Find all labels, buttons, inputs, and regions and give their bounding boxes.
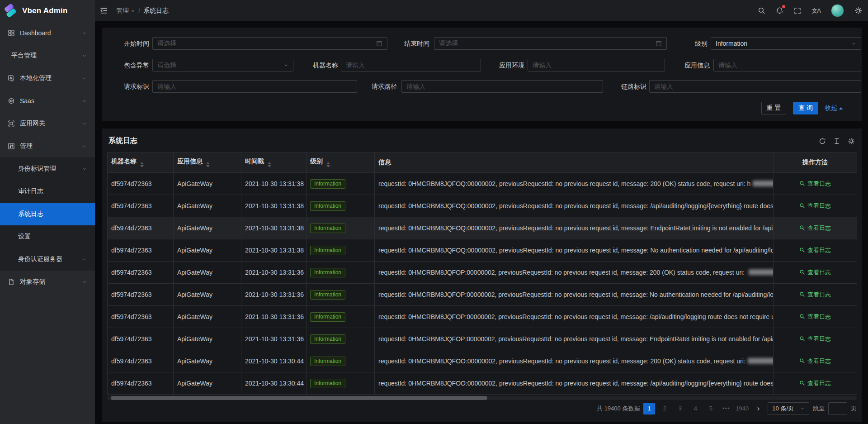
level-tag: Information: [310, 334, 345, 344]
sort-icon[interactable]: [326, 162, 330, 167]
notification-icon[interactable]: [776, 7, 783, 14]
sidebar-item-8[interactable]: 系统日志: [0, 203, 95, 225]
app-info-cell: ApiGateWay: [174, 195, 241, 217]
view-log-link[interactable]: 查看日志: [799, 202, 831, 210]
chevron-down-icon: [131, 9, 135, 13]
level-tag: Information: [310, 246, 345, 255]
sidebar-item-6[interactable]: 身份标识管理: [0, 157, 95, 180]
view-log-link[interactable]: 查看日志: [799, 335, 831, 343]
refresh-icon[interactable]: [819, 138, 826, 145]
timestamp-cell: 2021-10-30 13:31:36: [241, 284, 307, 306]
view-log-link[interactable]: 查看日志: [799, 313, 831, 321]
machine-name-cell: df5974d72363: [108, 217, 174, 239]
search-icon[interactable]: [758, 7, 765, 14]
machine-name-cell: df5974d72363: [108, 239, 174, 262]
sidebar-submenu: 身份标识管理审计日志系统日志设置身份认证服务器: [0, 157, 95, 271]
action-cell: 查看日志: [774, 284, 857, 306]
page-button-1[interactable]: 1: [643, 403, 655, 414]
page-size-select[interactable]: 10 条/页: [768, 402, 809, 415]
view-log-link[interactable]: 查看日志: [799, 379, 831, 387]
sort-icon[interactable]: [268, 162, 271, 167]
sidebar-item-3[interactable]: Saas: [0, 90, 95, 112]
sidebar-item-2[interactable]: 本地化管理: [0, 67, 95, 90]
user-avatar[interactable]: [831, 4, 844, 17]
page-button-2[interactable]: 2: [659, 403, 670, 414]
chevron-down-icon: [82, 257, 87, 262]
view-log-link[interactable]: 查看日志: [799, 224, 831, 232]
chevron-down-icon: [82, 167, 87, 172]
sidebar-item-label: Dashboard: [20, 29, 51, 37]
request-id-input[interactable]: [152, 80, 357, 93]
dashboard-icon: [8, 29, 15, 37]
sidebar-item-0[interactable]: Dashboard: [0, 22, 95, 44]
include-exception-select[interactable]: 请选择: [152, 59, 293, 71]
column-header-1[interactable]: 应用信息: [174, 152, 241, 173]
reset-button[interactable]: 重 置: [761, 102, 786, 114]
sidebar-item-11[interactable]: 对象存储: [0, 271, 95, 293]
breadcrumb-parent[interactable]: 管理: [116, 7, 135, 15]
page-button-1940[interactable]: 1940: [736, 403, 749, 414]
sort-icon[interactable]: [140, 162, 144, 167]
timestamp-cell: 2021-10-30 13:31:38: [241, 239, 307, 262]
trace-id-input[interactable]: [649, 80, 861, 93]
end-time-picker[interactable]: 请选择: [434, 37, 667, 50]
app-logo[interactable]: Vben Admin: [0, 0, 95, 22]
machine-name-cell: df5974d72363: [108, 328, 174, 350]
app-info-cell: ApiGateWay: [174, 262, 241, 284]
settings-icon[interactable]: [854, 7, 862, 14]
sidebar-menu: Dashboard平台管理本地化管理Saas应用网关管理身份标识管理审计日志系统…: [0, 22, 95, 293]
scrollbar-thumb[interactable]: [111, 396, 487, 400]
level-cell: Information: [307, 372, 375, 395]
row-height-icon[interactable]: [833, 138, 840, 145]
next-page-button[interactable]: [752, 403, 764, 414]
start-time-picker[interactable]: 请选择: [152, 37, 387, 50]
gateway-icon: [8, 120, 15, 127]
app-env-input[interactable]: [528, 59, 665, 71]
sort-icon[interactable]: [206, 162, 210, 167]
menu-fold-icon[interactable]: [100, 7, 108, 14]
view-log-link[interactable]: 查看日志: [799, 180, 831, 188]
action-cell: 查看日志: [774, 328, 857, 350]
view-log-link[interactable]: 查看日志: [799, 291, 831, 299]
app-info-input[interactable]: [713, 59, 861, 71]
column-header-2[interactable]: 时间戳: [241, 152, 307, 173]
pagination-total: 共 19400 条数据: [597, 405, 640, 413]
column-settings-icon[interactable]: [848, 138, 855, 145]
fullscreen-icon[interactable]: [794, 7, 801, 14]
sidebar-item-4[interactable]: 应用网关: [0, 112, 95, 135]
page-button-4[interactable]: 4: [689, 403, 701, 414]
machine-name-input[interactable]: [341, 59, 481, 71]
level-select[interactable]: Information: [711, 37, 861, 50]
sidebar-item-9[interactable]: 设置: [0, 225, 95, 248]
translate-icon[interactable]: 文A: [811, 7, 821, 15]
request-path-input[interactable]: [401, 80, 603, 93]
jump-unit: 页: [851, 405, 857, 413]
chevron-down-icon: [82, 53, 87, 58]
sidebar-item-10[interactable]: 身份认证服务器: [0, 248, 95, 271]
view-log-link[interactable]: 查看日志: [799, 357, 831, 365]
collapse-toggle[interactable]: 收起: [825, 102, 843, 114]
top-header: 管理 / 系统日志 文A: [95, 0, 868, 21]
level-cell: Information: [307, 306, 375, 328]
page-button-3[interactable]: 3: [674, 403, 686, 414]
breadcrumb-current: 系统日志: [143, 7, 169, 15]
sidebar-item-5[interactable]: 管理: [0, 135, 95, 157]
sidebar-item-1[interactable]: 平台管理: [0, 44, 95, 67]
view-log-link[interactable]: 查看日志: [799, 268, 831, 276]
sidebar-item-label: 设置: [18, 233, 31, 241]
search-button[interactable]: 查 询: [793, 102, 818, 114]
sidebar-item-7[interactable]: 审计日志: [0, 180, 95, 203]
level-tag: Information: [310, 357, 345, 366]
column-header-3[interactable]: 级别: [307, 152, 375, 173]
horizontal-scrollbar[interactable]: [107, 396, 857, 400]
chevron-down-icon: [82, 99, 87, 104]
jump-page-input[interactable]: [828, 402, 847, 415]
vben-logo-icon: [4, 4, 18, 18]
column-header-0[interactable]: 机器名称: [108, 152, 174, 173]
timestamp-cell: 2021-10-30 13:31:38: [241, 173, 307, 195]
level-tag: Information: [310, 379, 345, 388]
view-log-link[interactable]: 查看日志: [799, 246, 831, 254]
table-row: df5974d72363ApiGateWay2021-10-30 13:31:3…: [108, 217, 857, 239]
machine-name-cell: df5974d72363: [108, 195, 174, 217]
page-button-5[interactable]: 5: [705, 403, 717, 414]
